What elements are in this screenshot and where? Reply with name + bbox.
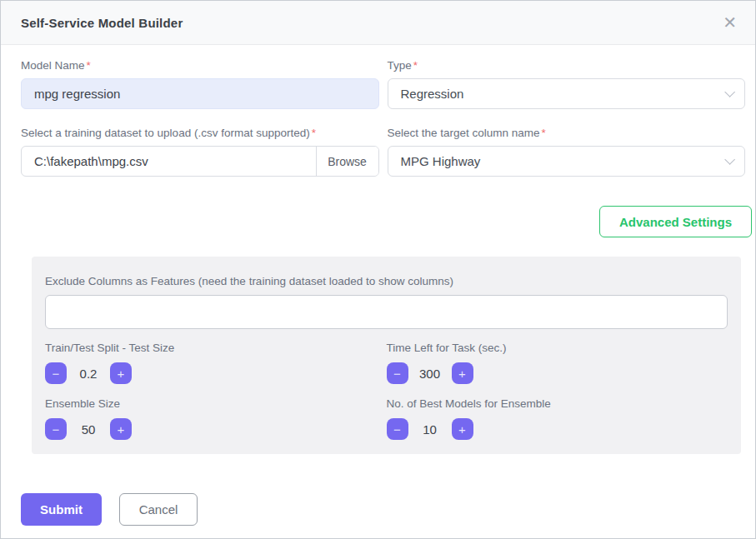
model-name-input[interactable]: [21, 78, 379, 109]
stepper-grid: Train/Test Split - Test Size − 0.2 + Tim…: [45, 342, 728, 440]
test-size-stepper-group: Train/Test Split - Test Size − 0.2 +: [45, 342, 387, 384]
dialog-title: Self-Service Model Builder: [21, 16, 183, 30]
dialog-header: Self-Service Model Builder ✕: [1, 1, 755, 45]
plus-button[interactable]: +: [110, 362, 132, 384]
submit-button[interactable]: Submit: [21, 493, 102, 526]
time-left-value: 300: [408, 367, 452, 381]
minus-button[interactable]: −: [45, 418, 67, 440]
target-column-select[interactable]: MPG Highway: [388, 146, 746, 177]
dataset-label: Select a training dataset to upload (.cs…: [21, 127, 379, 139]
type-label-text: Type: [388, 59, 412, 72]
dataset-file-input: C:\fakepath\mpg.csv Browse: [21, 146, 379, 177]
type-select-value: Regression: [401, 87, 464, 101]
required-asterisk: *: [312, 127, 316, 139]
required-asterisk: *: [542, 127, 546, 139]
type-label: Type*: [388, 59, 746, 72]
type-select[interactable]: Regression: [388, 78, 746, 109]
form-grid: Model Name* Type* Regression Select a tr…: [21, 59, 745, 177]
dialog-footer: Submit Cancel: [21, 493, 755, 526]
test-size-label: Train/Test Split - Test Size: [45, 342, 387, 354]
model-name-field-group: Model Name*: [21, 59, 379, 109]
plus-button[interactable]: +: [452, 418, 473, 440]
chevron-down-icon: [724, 87, 735, 97]
best-models-label: No. of Best Models for Ensemble: [387, 397, 728, 410]
ensemble-size-stepper-group: Ensemble Size − 50 +: [45, 397, 387, 440]
advanced-settings-panel: Exclude Columns as Features (need the tr…: [32, 257, 741, 454]
close-icon[interactable]: ✕: [723, 14, 737, 31]
best-models-stepper: − 10 +: [387, 418, 728, 440]
type-field-group: Type* Regression: [388, 59, 746, 109]
model-builder-dialog: Self-Service Model Builder ✕ Model Name*…: [0, 0, 756, 539]
required-asterisk: *: [87, 59, 91, 72]
dataset-field-group: Select a training dataset to upload (.cs…: [21, 127, 379, 177]
dataset-label-text: Select a training dataset to upload (.cs…: [21, 127, 310, 139]
best-models-value: 10: [408, 422, 452, 437]
test-size-value: 0.2: [67, 367, 110, 381]
plus-button[interactable]: +: [110, 418, 132, 440]
minus-button[interactable]: −: [45, 362, 67, 384]
cancel-button[interactable]: Cancel: [119, 493, 198, 526]
test-size-stepper: − 0.2 +: [45, 362, 387, 384]
target-column-label-text: Select the target column name: [388, 127, 540, 139]
minus-button[interactable]: −: [387, 362, 408, 384]
ensemble-size-value: 50: [67, 422, 110, 437]
model-name-label-text: Model Name: [21, 59, 85, 72]
advanced-settings-button[interactable]: Advanced Settings: [599, 206, 752, 237]
exclude-columns-input[interactable]: [45, 295, 728, 329]
dataset-file-path[interactable]: C:\fakepath\mpg.csv: [22, 147, 316, 176]
ensemble-size-label: Ensemble Size: [45, 397, 387, 410]
browse-button[interactable]: Browse: [316, 147, 378, 176]
target-column-field-group: Select the target column name* MPG Highw…: [388, 127, 746, 177]
model-name-label: Model Name*: [21, 59, 379, 72]
advanced-settings-row: Advanced Settings: [21, 206, 752, 237]
best-models-stepper-group: No. of Best Models for Ensemble − 10 +: [387, 397, 728, 440]
target-column-label: Select the target column name*: [388, 127, 746, 139]
minus-button[interactable]: −: [387, 418, 408, 440]
required-asterisk: *: [413, 59, 418, 72]
exclude-columns-label: Exclude Columns as Features (need the tr…: [45, 275, 728, 287]
time-left-stepper: − 300 +: [387, 362, 728, 384]
target-column-select-value: MPG Highway: [401, 154, 481, 168]
chevron-down-icon: [724, 154, 735, 165]
time-left-label: Time Left for Task (sec.): [387, 342, 728, 354]
time-left-stepper-group: Time Left for Task (sec.) − 300 +: [387, 342, 728, 384]
plus-button[interactable]: +: [452, 362, 473, 384]
ensemble-size-stepper: − 50 +: [45, 418, 387, 440]
